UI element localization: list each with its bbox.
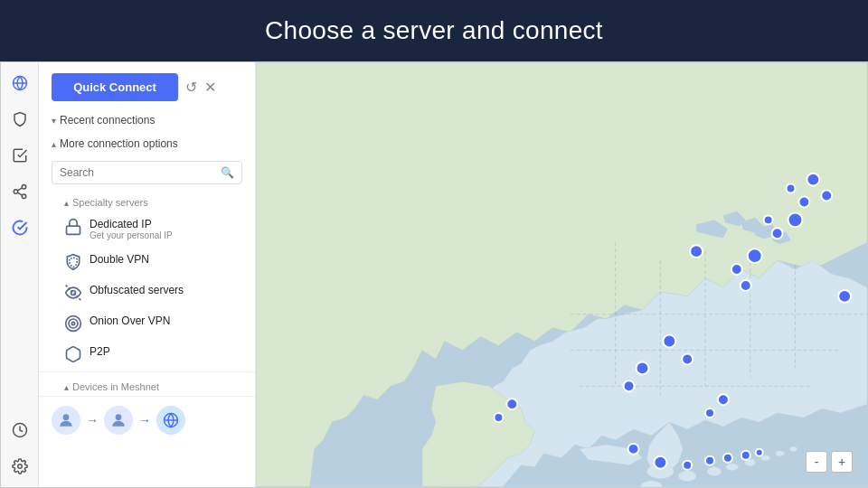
refresh-icon[interactable]: ↺ <box>185 79 197 96</box>
server-item-dedicated-ip[interactable]: Dedicated IP Get your personal IP <box>39 211 255 247</box>
svg-point-37 <box>807 174 819 186</box>
svg-point-59 <box>741 451 750 460</box>
svg-point-62 <box>506 399 517 409</box>
map-panel: - + <box>256 62 867 487</box>
server-item-p2p[interactable]: P2P <box>39 339 255 370</box>
svg-point-41 <box>788 212 803 227</box>
panel-scroll-area[interactable]: ▾ Recent connections ▴ More connection o… <box>39 108 255 487</box>
sidebar-icon-settings[interactable] <box>10 456 30 476</box>
svg-point-14 <box>71 322 74 324</box>
server-item-onion[interactable]: Onion Over VPN <box>39 308 255 339</box>
svg-point-12 <box>66 316 81 332</box>
svg-point-52 <box>718 394 729 405</box>
svg-point-54 <box>628 444 639 455</box>
more-options-label: More connection options <box>60 137 178 150</box>
dedicated-ip-name: Dedicated IP <box>90 218 173 230</box>
zoom-minus-button[interactable]: - <box>806 451 827 473</box>
divider <box>39 371 255 372</box>
svg-point-13 <box>69 319 78 328</box>
recent-connections-label: Recent connections <box>60 114 155 127</box>
meshnet-illustration: → → <box>39 396 255 444</box>
sidebar-icon-export[interactable] <box>10 145 30 165</box>
sidebar-icon-shield[interactable] <box>10 109 30 129</box>
svg-point-26 <box>776 451 785 456</box>
search-input[interactable] <box>60 166 215 179</box>
search-bar: 🔍 <box>52 161 242 184</box>
svg-point-25 <box>761 455 770 461</box>
svg-point-43 <box>764 215 773 224</box>
sidebar-icon-mesh[interactable] <box>10 182 30 202</box>
sidebar-icon-globe[interactable] <box>10 73 30 93</box>
dedicated-ip-desc: Get your personal IP <box>90 230 173 240</box>
banner-title: Choose a server and connect <box>265 16 603 45</box>
avatar-person2 <box>104 406 133 435</box>
specialty-servers-label: Specialty servers <box>72 197 148 208</box>
chevron-meshnet: ▴ <box>64 382 69 392</box>
p2p-info: P2P <box>90 345 110 358</box>
svg-point-45 <box>731 264 742 275</box>
svg-point-50 <box>637 361 649 374</box>
icon-sidebar <box>1 62 39 487</box>
cancel-icon[interactable]: ✕ <box>204 79 216 96</box>
dedicated-ip-icon <box>64 218 82 236</box>
sidebar-icon-check[interactable] <box>10 218 30 238</box>
banner: Choose a server and connect <box>0 0 868 61</box>
onion-info: Onion Over VPN <box>90 314 170 327</box>
svg-point-61 <box>838 290 851 303</box>
svg-point-48 <box>663 335 675 348</box>
svg-point-56 <box>683 461 692 470</box>
svg-point-40 <box>787 184 796 193</box>
obfuscated-info: Obfuscated servers <box>90 284 184 296</box>
svg-point-8 <box>17 465 22 469</box>
quick-connect-button[interactable]: Quick Connect <box>52 73 178 101</box>
p2p-icon <box>64 345 82 363</box>
svg-point-4 <box>22 194 26 199</box>
p2p-name: P2P <box>90 345 110 358</box>
svg-point-47 <box>690 245 703 258</box>
meshnet-arrow1: → <box>86 413 99 427</box>
svg-point-21 <box>678 471 696 482</box>
world-map-svg <box>256 62 867 487</box>
svg-point-42 <box>772 228 783 239</box>
meshnet-globe <box>156 406 185 435</box>
avatar-person1 <box>52 406 80 435</box>
svg-point-16 <box>116 414 122 420</box>
svg-point-22 <box>707 467 722 476</box>
svg-line-6 <box>17 188 22 191</box>
svg-point-46 <box>741 280 751 291</box>
obfuscated-name: Obfuscated servers <box>90 284 184 296</box>
meshnet-label: Devices in Meshnet <box>72 381 159 392</box>
svg-point-63 <box>494 413 503 422</box>
svg-point-57 <box>705 456 714 465</box>
server-item-double-vpn[interactable]: Double VPN <box>39 247 255 277</box>
svg-point-39 <box>798 197 809 208</box>
more-options-header[interactable]: ▴ More connection options <box>39 132 255 155</box>
map-zoom-controls: - + <box>806 451 853 473</box>
svg-line-5 <box>17 192 22 195</box>
server-item-obfuscated[interactable]: Obfuscated servers <box>39 277 255 308</box>
dedicated-ip-info: Dedicated IP Get your personal IP <box>90 218 173 240</box>
zoom-plus-button[interactable]: + <box>831 451 853 473</box>
sidebar-icon-clock[interactable] <box>10 420 30 440</box>
obfuscated-icon <box>64 284 82 302</box>
svg-point-23 <box>726 464 739 471</box>
svg-point-49 <box>682 353 693 364</box>
onion-name: Onion Over VPN <box>90 314 170 327</box>
svg-point-53 <box>705 408 714 418</box>
svg-point-55 <box>654 456 666 469</box>
specialty-servers-header[interactable]: ▴ Specialty servers <box>39 190 255 211</box>
svg-rect-9 <box>67 226 80 234</box>
double-vpn-info: Double VPN <box>90 253 149 266</box>
svg-point-58 <box>723 454 732 463</box>
chevron-specialty: ▴ <box>64 198 69 208</box>
search-icon: 🔍 <box>221 166 234 179</box>
svg-point-27 <box>790 446 797 452</box>
main-container: Quick Connect ↺ ✕ ▾ Recent connections ▴… <box>0 61 868 488</box>
double-vpn-name: Double VPN <box>90 253 149 266</box>
svg-point-2 <box>22 185 26 190</box>
meshnet-header[interactable]: ▴ Devices in Meshnet <box>39 374 255 396</box>
svg-point-44 <box>748 249 762 263</box>
meshnet-arrow2: → <box>138 413 151 427</box>
quick-connect-row: Quick Connect ↺ ✕ <box>39 62 255 108</box>
recent-connections-header[interactable]: ▾ Recent connections <box>39 108 255 132</box>
